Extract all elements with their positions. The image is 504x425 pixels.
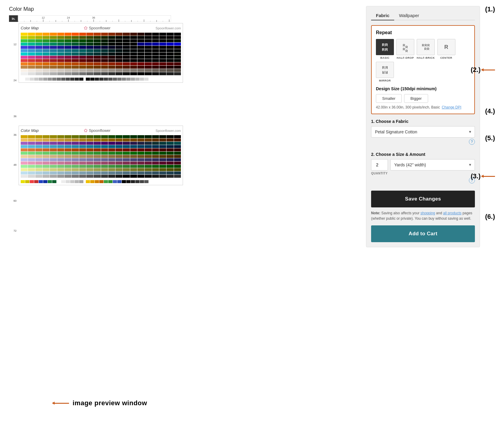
color-cell: [72, 168, 79, 171]
unit-select[interactable]: Yards (42" width): [390, 159, 475, 171]
color-cell: [43, 33, 50, 36]
swatch-cell: [52, 78, 56, 81]
color-cell: [123, 138, 130, 141]
repeat-option-basic[interactable]: RR RR BASIC: [376, 39, 394, 59]
color-cell: [174, 39, 181, 42]
color-cell: [86, 171, 93, 174]
repeat-label-half-brick: HALF-BRICK: [417, 56, 435, 59]
fabric-help-icon[interactable]: ?: [469, 139, 475, 145]
annotation-4: (4.): [485, 107, 495, 115]
color-cell: [108, 39, 115, 42]
color-cell: [28, 62, 35, 65]
repeat-option-center[interactable]: R CENTER: [437, 39, 455, 59]
color-cell: [64, 52, 71, 55]
color-cell: [79, 138, 86, 141]
color-cell: [145, 148, 152, 151]
color-cell: [152, 155, 159, 158]
svg-text:12: 12: [42, 16, 45, 19]
color-cell: [43, 36, 50, 39]
color-cell: [145, 52, 152, 55]
color-cell: [123, 39, 130, 42]
color-cell: [152, 46, 159, 49]
change-dpi-link[interactable]: Change DPI: [442, 105, 461, 109]
tab-wallpaper[interactable]: Wallpaper: [394, 11, 424, 20]
color-cell: [79, 135, 86, 138]
color-cell: [123, 69, 130, 72]
color-cell: [130, 145, 137, 148]
color-cell: [64, 39, 71, 42]
cm-url-1: Spoonflower.com: [156, 26, 181, 30]
color-cell: [94, 36, 100, 39]
right-panel: Fabric Wallpaper Repeat RR RR BASIC: [366, 6, 480, 247]
color-cell: [43, 138, 50, 141]
swatch-cell: [113, 78, 117, 81]
tab-fabric[interactable]: Fabric: [371, 11, 394, 20]
color-cell: [145, 39, 152, 42]
color-cell: [174, 145, 181, 148]
swatch-cell: [21, 180, 25, 183]
color-cell: [86, 135, 93, 138]
color-cell: [145, 171, 152, 174]
color-cell: [174, 66, 181, 69]
color-cell: [174, 52, 181, 55]
color-cell: [50, 168, 57, 171]
color-cell: [35, 148, 42, 151]
color-cell: [64, 72, 71, 75]
color-cell: [166, 148, 173, 151]
color-cell: [152, 43, 159, 46]
color-cell: [50, 158, 57, 161]
color-cell: [137, 56, 144, 59]
cm-title-1: Color Map: [21, 26, 39, 30]
color-cell: [57, 56, 64, 59]
color-cell: [166, 138, 173, 141]
repeat-option-half-drop[interactable]: RR RR HALF-DROP: [396, 39, 414, 59]
color-cell: [159, 46, 166, 49]
color-cell: [137, 36, 144, 39]
save-changes-button[interactable]: Save Changes: [371, 191, 475, 207]
color-cell: [137, 39, 144, 42]
shopping-link[interactable]: shopping: [421, 211, 435, 215]
color-cell: [101, 158, 108, 161]
fabric-select[interactable]: Petal Signature Cotton: [371, 126, 475, 138]
color-cell: [21, 165, 28, 168]
color-cell: [86, 49, 93, 52]
color-cell: [57, 39, 64, 42]
color-cell: [166, 46, 173, 49]
all-products-link[interactable]: all products: [443, 211, 461, 215]
color-cell: [152, 148, 159, 151]
color-cell: [152, 175, 159, 178]
repeat-option-mirror[interactable]: RR RR MIRROR: [376, 62, 394, 82]
color-cell: [166, 39, 173, 42]
color-cell: [72, 66, 79, 69]
color-cell: [137, 175, 144, 178]
quantity-input[interactable]: [371, 159, 388, 171]
color-cell: [166, 66, 173, 69]
swatch-cell: [75, 78, 79, 81]
color-cell: [57, 145, 64, 148]
repeat-label-center: CENTER: [440, 56, 452, 59]
color-cell: [79, 171, 86, 174]
color-cell: [35, 171, 42, 174]
bigger-button[interactable]: Bigger: [404, 94, 428, 103]
color-cell: [28, 148, 35, 151]
color-cell: [94, 135, 100, 138]
add-to-cart-button[interactable]: Add to Cart: [371, 225, 475, 242]
color-cell: [28, 36, 35, 39]
color-cell: [64, 145, 71, 148]
color-cell: [116, 148, 122, 151]
color-cell: [108, 46, 115, 49]
color-cell: [145, 66, 152, 69]
repeat-option-half-brick[interactable]: RRR RR HALF-BRICK: [417, 39, 435, 59]
color-cell: [123, 152, 130, 155]
color-cell: [50, 155, 57, 158]
color-cell: [137, 162, 144, 165]
smaller-button[interactable]: Smaller: [376, 94, 402, 103]
side-ruler-1: 12 24 36: [9, 23, 17, 121]
color-cell: [123, 56, 130, 59]
color-cell: [152, 66, 159, 69]
swatch-cell: [95, 78, 99, 81]
swatch-cell: [95, 180, 99, 183]
swatch-cell: [43, 180, 47, 183]
color-cell: [21, 135, 28, 138]
color-cell: [43, 158, 50, 161]
